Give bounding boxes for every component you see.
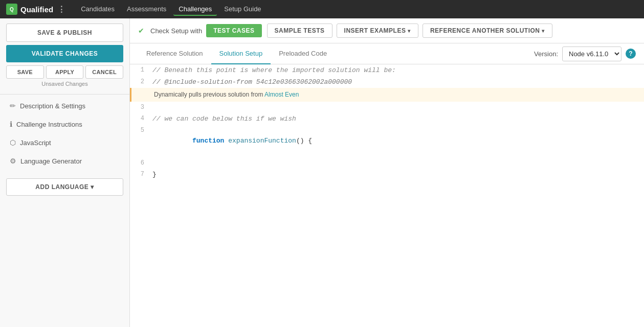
version-area: Version: Node v6.11.0 ? bbox=[534, 46, 636, 61]
sample-tests-button[interactable]: SAMPLE TESTS bbox=[267, 24, 332, 38]
main-content: ✔ Check Setup with TEST CASES SAMPLE TES… bbox=[130, 18, 644, 327]
reference-solution-label: REFERENCE ANOTHER SOLUTION bbox=[430, 27, 540, 34]
code-content bbox=[150, 157, 644, 158]
line-number: 2 bbox=[130, 76, 150, 87]
tab-preloaded-code[interactable]: Preloaded Code bbox=[271, 43, 335, 64]
main-nav: Candidates Assessments Challenges Setup … bbox=[76, 3, 266, 16]
code-content: } bbox=[150, 169, 644, 180]
logo: Q Qualified ⋮ bbox=[6, 4, 65, 15]
gear-icon: ⚙ bbox=[10, 157, 16, 165]
pencil-icon: ✏ bbox=[10, 102, 16, 110]
app-name: Qualified bbox=[20, 5, 53, 14]
code-content: function expansionFunction() { bbox=[150, 125, 644, 157]
sidebar-item-description[interactable]: ✏ Description & Settings bbox=[0, 97, 129, 115]
validate-changes-button[interactable]: VALIDATE CHANGES bbox=[6, 45, 123, 62]
help-icon[interactable]: ? bbox=[626, 49, 636, 59]
chevron-down-icon: ▾ bbox=[408, 28, 411, 34]
sidebar-item-label: Challenge Instructions bbox=[16, 121, 82, 128]
add-language-button[interactable]: ADD LANGUAGE ▾ bbox=[6, 178, 123, 196]
line-number: 6 bbox=[130, 157, 150, 168]
insert-examples-button[interactable]: INSERT EXAMPLES ▾ bbox=[337, 24, 418, 38]
sidebar-item-label: Description & Settings bbox=[20, 102, 85, 110]
notification-text: Dynamically pulls previous solution from… bbox=[152, 90, 299, 100]
code-line-1: 1 // Beneath this point is where the imp… bbox=[130, 64, 644, 76]
chevron-down-icon: ▾ bbox=[542, 28, 545, 34]
insert-examples-label: INSERT EXAMPLES bbox=[344, 27, 406, 34]
notification-line: Dynamically pulls previous solution from… bbox=[130, 88, 644, 102]
line-number: 7 bbox=[130, 169, 150, 179]
sidebar: SAVE & PUBLISH VALIDATE CHANGES SAVE APP… bbox=[0, 18, 130, 327]
save-publish-button[interactable]: SAVE & PUBLISH bbox=[6, 24, 123, 42]
test-cases-button[interactable]: TEST CASES bbox=[206, 24, 261, 37]
code-editor[interactable]: 1 // Beneath this point is where the imp… bbox=[130, 64, 644, 327]
line-number: 4 bbox=[130, 113, 150, 124]
sidebar-item-javascript[interactable]: ⬡ JavaScript bbox=[0, 133, 129, 152]
js-icon: ⬡ bbox=[10, 138, 16, 147]
add-language-section: ADD LANGUAGE ▾ bbox=[6, 178, 123, 196]
logo-dots: ⋮ bbox=[57, 5, 65, 14]
code-bracket: () { bbox=[296, 137, 312, 145]
line-number: 5 bbox=[130, 125, 150, 135]
code-content: // @include-solution-from 54c12e03663062… bbox=[150, 76, 644, 88]
logo-icon: Q bbox=[6, 4, 17, 15]
main-layout: SAVE & PUBLISH VALIDATE CHANGES SAVE APP… bbox=[0, 18, 644, 327]
code-line-6: 6 bbox=[130, 157, 644, 169]
check-setup-label: Check Setup with bbox=[150, 27, 202, 35]
cancel-button[interactable]: CANCEL bbox=[85, 65, 123, 79]
top-navigation: Q Qualified ⋮ Candidates Assessments Cha… bbox=[0, 0, 644, 18]
unsaved-changes-label: Unsaved Changes bbox=[0, 81, 129, 87]
code-content bbox=[150, 102, 644, 103]
code-line-4: 4 // we can code below this if we wish bbox=[130, 113, 644, 125]
function-name: expansionFunction bbox=[228, 137, 296, 145]
tab-solution-setup[interactable]: Solution Setup bbox=[211, 43, 271, 64]
save-button[interactable]: SAVE bbox=[6, 65, 44, 79]
version-label: Version: bbox=[534, 50, 558, 58]
sidebar-item-generator[interactable]: ⚙ Language Generator bbox=[0, 152, 129, 170]
code-content: // we can code below this if we wish bbox=[150, 113, 644, 125]
check-setup-bar: ✔ Check Setup with TEST CASES SAMPLE TES… bbox=[130, 18, 644, 43]
apply-button[interactable]: APPLY bbox=[46, 65, 84, 79]
nav-setup-guide[interactable]: Setup Guide bbox=[219, 3, 266, 16]
tab-reference-solution[interactable]: Reference Solution bbox=[138, 43, 211, 64]
line-number: 3 bbox=[130, 102, 150, 112]
sidebar-item-label: JavaScript bbox=[20, 139, 51, 147]
line-number bbox=[131, 94, 152, 95]
nav-challenges[interactable]: Challenges bbox=[173, 3, 217, 16]
info-icon: ℹ bbox=[10, 120, 12, 128]
sidebar-item-label: Language Generator bbox=[20, 157, 82, 165]
sidebar-item-instructions[interactable]: ℹ Challenge Instructions bbox=[0, 115, 129, 133]
keyword-function: function bbox=[192, 137, 224, 145]
code-line-5: 5 function expansionFunction() { bbox=[130, 125, 644, 157]
nav-assessments[interactable]: Assessments bbox=[122, 3, 171, 16]
nav-candidates[interactable]: Candidates bbox=[76, 3, 120, 16]
line-number: 1 bbox=[130, 64, 150, 75]
code-line-2: 2 // @include-solution-from 54c12e036630… bbox=[130, 76, 644, 88]
tabs-bar: Reference Solution Solution Setup Preloa… bbox=[130, 43, 644, 64]
sidebar-action-buttons: SAVE APPLY CANCEL bbox=[6, 65, 123, 79]
check-icon: ✔ bbox=[138, 27, 144, 35]
code-content: // Beneath this point is where the impor… bbox=[150, 64, 644, 76]
code-line-7: 7 } bbox=[130, 169, 644, 180]
sidebar-divider bbox=[0, 94, 129, 95]
notification-link[interactable]: Almost Even bbox=[264, 91, 299, 98]
reference-solution-button[interactable]: REFERENCE ANOTHER SOLUTION ▾ bbox=[423, 24, 552, 38]
code-line-3: 3 bbox=[130, 102, 644, 113]
version-select[interactable]: Node v6.11.0 bbox=[562, 46, 621, 61]
